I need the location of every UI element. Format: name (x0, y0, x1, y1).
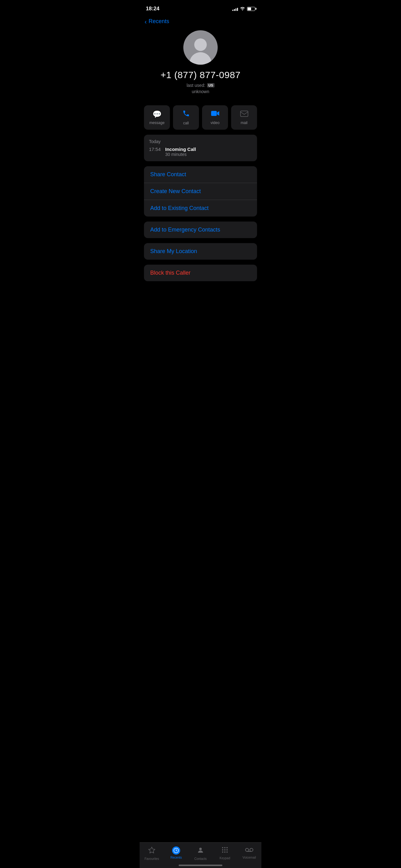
carrier-badge: US (207, 83, 214, 88)
avatar (183, 30, 218, 65)
call-icon (182, 110, 190, 119)
mail-button[interactable]: mail (231, 105, 257, 130)
call-details: Incoming Call 30 minutes (165, 147, 196, 157)
wifi-icon (240, 6, 245, 11)
mail-label: mail (240, 121, 247, 125)
call-type: Incoming Call (165, 147, 196, 152)
last-used: last used: US (187, 83, 214, 88)
message-button[interactable]: 💬 message (144, 105, 170, 130)
call-date: Today (149, 139, 252, 144)
status-bar: 18:24 (140, 0, 261, 16)
call-duration: 30 minutes (165, 152, 196, 157)
video-label: video (210, 121, 220, 125)
contact-options-group: Share Contact Create New Contact Add to … (144, 166, 257, 217)
location-text: unknown (192, 89, 209, 94)
avatar-head (194, 38, 207, 51)
create-new-contact-button[interactable]: Create New Contact (144, 183, 257, 200)
call-entry: 17:54 Incoming Call 30 minutes (149, 147, 252, 157)
status-time: 18:24 (146, 6, 159, 12)
call-history: Today 17:54 Incoming Call 30 minutes (144, 135, 257, 161)
call-label: call (183, 121, 189, 125)
svg-rect-1 (240, 111, 248, 117)
add-existing-contact-button[interactable]: Add to Existing Contact (144, 200, 257, 217)
video-button[interactable]: video (202, 105, 228, 130)
contact-section: +1 (877) 877-0987 last used: US unknown (140, 27, 261, 100)
call-button[interactable]: call (173, 105, 199, 130)
action-buttons: 💬 message call video mail (140, 100, 261, 135)
message-icon: 💬 (153, 110, 162, 119)
back-button[interactable]: ‹ Recents (140, 16, 261, 27)
share-contact-button[interactable]: Share Contact (144, 166, 257, 183)
avatar-body (190, 52, 211, 65)
share-location-button[interactable]: Share My Location (144, 243, 257, 260)
phone-number: +1 (877) 877-0987 (161, 70, 240, 80)
call-time: 17:54 (149, 147, 162, 152)
add-emergency-contacts-button[interactable]: Add to Emergency Contacts (144, 221, 257, 238)
status-icons (232, 6, 255, 11)
block-caller-button[interactable]: Block this Caller (144, 265, 257, 281)
back-label: Recents (149, 18, 169, 25)
battery-icon (247, 7, 255, 11)
mail-icon (240, 110, 248, 119)
svg-rect-0 (211, 111, 217, 116)
video-icon (211, 110, 220, 119)
message-label: message (149, 121, 165, 125)
back-chevron-icon: ‹ (144, 19, 147, 25)
signal-icon (232, 6, 238, 11)
